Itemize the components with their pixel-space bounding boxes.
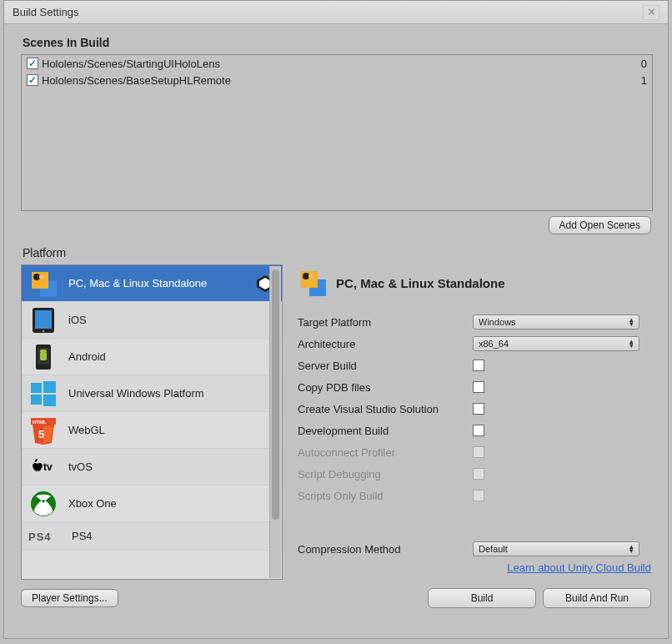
checkmark-icon: ✓ xyxy=(28,75,37,85)
scene-path: Hololens/Scenes/StartingUIHoloLens xyxy=(42,58,220,70)
xbox-icon xyxy=(28,489,58,519)
platform-label: tvOS xyxy=(68,460,93,473)
scene-checkbox[interactable]: ✓ xyxy=(27,58,38,69)
scenes-in-build-label: Scenes In Build xyxy=(4,24,668,54)
platform-item-ios[interactable]: iOS xyxy=(22,302,282,339)
autoconnect-label: Autoconnect Profiler xyxy=(298,446,473,459)
server-build-label: Server Build xyxy=(298,360,473,372)
ps4-icon: PS4 xyxy=(28,521,62,551)
svg-rect-1 xyxy=(32,272,48,289)
add-open-scenes-button[interactable]: Add Open Scenes xyxy=(549,216,651,234)
copy-pdb-label: Copy PDB files xyxy=(298,381,473,394)
svg-point-27 xyxy=(303,273,309,279)
platform-label: PC, Mac & Linux Standalone xyxy=(68,277,207,289)
scenes-list[interactable]: ✓ Hololens/Scenes/StartingUIHoloLens 0 ✓… xyxy=(21,54,653,211)
window-title: Build Settings xyxy=(13,6,79,18)
build-and-run-button[interactable]: Build And Run xyxy=(543,588,651,608)
target-platform-dropdown[interactable]: Windows ▴▾ xyxy=(473,314,639,330)
platform-list[interactable]: PC, Mac & Linux Standalone iOS Android xyxy=(21,264,283,580)
architecture-dropdown[interactable]: x86_64 ▴▾ xyxy=(473,336,639,351)
svg-point-8 xyxy=(43,330,45,332)
scene-index: 0 xyxy=(641,58,647,70)
titlebar[interactable]: Build Settings ✕ xyxy=(4,1,668,24)
platform-item-tvos[interactable]: tv tvOS xyxy=(22,449,282,486)
webgl-icon: HTML5 xyxy=(28,415,58,445)
scene-path: Hololens/Scenes/BaseSetupHLRemote xyxy=(42,74,231,87)
svg-rect-14 xyxy=(43,381,56,393)
compression-value: Default xyxy=(479,544,508,554)
tvos-icon: tv xyxy=(28,452,58,482)
dropdown-arrows-icon: ▴▾ xyxy=(629,545,634,554)
platform-label: Android xyxy=(68,350,106,363)
platform-label: iOS xyxy=(68,314,87,326)
dialog-footer: Player Settings... Build Build And Run xyxy=(4,580,668,616)
cloud-build-link[interactable]: Learn about Unity Cloud Build xyxy=(507,561,651,574)
platform-label: Universal Windows Platform xyxy=(68,387,204,400)
ios-icon xyxy=(28,305,58,335)
platform-label: Xbox One xyxy=(68,497,117,510)
svg-text:5: 5 xyxy=(38,428,44,440)
scene-index: 1 xyxy=(641,74,647,87)
close-button[interactable]: ✕ xyxy=(643,5,659,20)
svg-rect-12 xyxy=(40,350,47,353)
svg-text:tv: tv xyxy=(43,461,53,473)
svg-rect-11 xyxy=(40,352,47,360)
dev-build-label: Development Build xyxy=(298,425,473,437)
standalone-icon xyxy=(298,268,328,298)
compression-dropdown[interactable]: Default ▴▾ xyxy=(473,541,639,556)
svg-point-28 xyxy=(308,274,313,279)
scrollbar-thumb[interactable] xyxy=(272,269,279,520)
platform-section-label: Platform xyxy=(4,234,668,264)
platform-item-ps4[interactable]: PS4 PS4 xyxy=(22,522,282,551)
scripts-only-checkbox xyxy=(473,490,484,501)
platform-settings-panel: PC, Mac & Linux Standalone Target Platfo… xyxy=(298,264,651,580)
scene-row[interactable]: ✓ Hololens/Scenes/StartingUIHoloLens 0 xyxy=(22,55,652,72)
platform-item-standalone[interactable]: PC, Mac & Linux Standalone xyxy=(22,265,282,302)
architecture-value: x86_64 xyxy=(479,339,509,349)
checkmark-icon: ✓ xyxy=(28,58,37,68)
script-debug-checkbox xyxy=(473,468,484,480)
svg-point-2 xyxy=(33,274,40,280)
svg-text:PS4: PS4 xyxy=(28,531,52,543)
platform-item-android[interactable]: Android xyxy=(22,339,282,375)
copy-pdb-checkbox[interactable] xyxy=(473,381,484,393)
create-vs-label: Create Visual Studio Solution xyxy=(298,403,473,415)
platform-scrollbar[interactable] xyxy=(269,266,281,578)
platform-item-xbox[interactable]: Xbox One xyxy=(22,486,282,522)
platform-label: PS4 xyxy=(72,530,93,542)
svg-rect-16 xyxy=(43,395,56,406)
architecture-label: Architecture xyxy=(298,338,473,350)
svg-point-3 xyxy=(39,274,44,279)
platform-label: WebGL xyxy=(68,424,105,436)
target-platform-value: Windows xyxy=(479,317,516,327)
platform-item-webgl[interactable]: HTML5 WebGL xyxy=(22,412,282,449)
script-debug-label: Script Debugging xyxy=(298,468,473,480)
svg-rect-13 xyxy=(31,383,42,393)
scene-checkbox[interactable]: ✓ xyxy=(27,74,38,86)
compression-label: Compression Method xyxy=(298,543,473,556)
target-platform-label: Target Platform xyxy=(298,316,473,329)
svg-rect-7 xyxy=(35,310,52,329)
android-icon xyxy=(28,342,58,372)
server-build-checkbox[interactable] xyxy=(473,360,484,371)
dev-build-checkbox[interactable] xyxy=(473,425,484,436)
platform-item-uwp[interactable]: Universal Windows Platform xyxy=(22,375,282,412)
autoconnect-checkbox xyxy=(473,446,484,458)
selected-platform-heading: PC, Mac & Linux Standalone xyxy=(336,276,505,290)
dropdown-arrows-icon: ▴▾ xyxy=(629,318,634,327)
windows-icon xyxy=(28,379,58,409)
create-vs-checkbox[interactable] xyxy=(473,403,484,415)
svg-rect-15 xyxy=(31,395,42,405)
scripts-only-label: Scripts Only Build xyxy=(298,490,473,502)
dropdown-arrows-icon: ▴▾ xyxy=(629,340,634,349)
build-button[interactable]: Build xyxy=(428,588,536,608)
svg-text:HTML: HTML xyxy=(33,420,47,425)
scene-row[interactable]: ✓ Hololens/Scenes/BaseSetupHLRemote 1 xyxy=(22,72,652,88)
build-settings-dialog: Build Settings ✕ Scenes In Build ✓ Holol… xyxy=(3,0,669,639)
standalone-icon xyxy=(28,269,58,299)
svg-rect-26 xyxy=(301,271,318,288)
player-settings-button[interactable]: Player Settings... xyxy=(21,589,118,607)
